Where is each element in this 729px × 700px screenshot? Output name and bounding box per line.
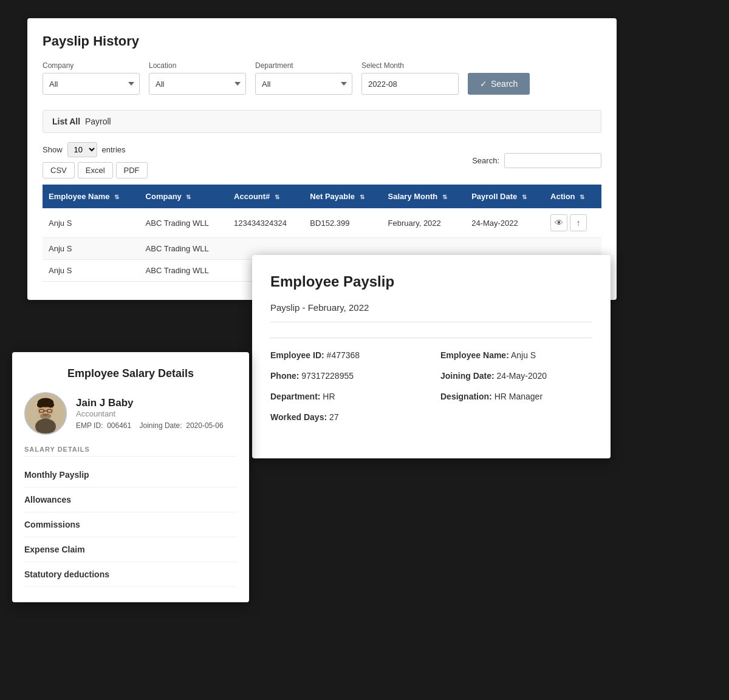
company-filter-group: Company All bbox=[43, 61, 140, 95]
designation-label: Designation: bbox=[440, 392, 492, 401]
col-salary-month[interactable]: Salary Month ⇅ bbox=[382, 185, 466, 208]
entries-label: entries bbox=[102, 145, 126, 154]
col-net-payable[interactable]: Net Payable ⇅ bbox=[304, 185, 382, 208]
salary-menu-item[interactable]: Allowances bbox=[24, 488, 237, 512]
emp-id-value: 006461 bbox=[107, 421, 131, 430]
salary-menu-item[interactable]: Expense Claim bbox=[24, 537, 237, 562]
salary-menu: Monthly PayslipAllowancesCommissionsExpe… bbox=[24, 463, 237, 587]
svg-point-1 bbox=[35, 418, 56, 434]
table-header-row: Employee Name ⇅ Company ⇅ Account# ⇅ Net… bbox=[43, 185, 601, 208]
list-all-bar: List All Payroll bbox=[43, 110, 601, 133]
worked-days-label: Worked Days: bbox=[270, 412, 327, 422]
sort-icon-net-payable: ⇅ bbox=[360, 194, 364, 200]
joining-date-value-salary: 2020-05-06 bbox=[186, 421, 223, 430]
sort-icon-salary-month: ⇅ bbox=[442, 194, 447, 200]
phone-label: Phone: bbox=[270, 371, 299, 381]
payslip-period-label: Payslip - bbox=[270, 302, 306, 313]
avatar-svg bbox=[26, 392, 66, 435]
col-action: Action ⇅ bbox=[544, 185, 601, 208]
designation-item: Designation: HR Manager bbox=[440, 392, 592, 401]
department-select[interactable]: All bbox=[255, 73, 352, 95]
department-filter-group: Department All bbox=[255, 61, 352, 95]
payslip-period: Payslip - February, 2022 bbox=[270, 302, 592, 322]
designation-value: HR Manager bbox=[495, 392, 542, 401]
list-all-suffix: Payroll bbox=[85, 117, 111, 126]
table-controls: Show 10 25 50 entries CSV Excel PDF Sear… bbox=[43, 142, 601, 178]
select-month-filter-group: Select Month bbox=[361, 61, 459, 95]
search-label: Search: bbox=[472, 156, 499, 165]
svg-point-5 bbox=[47, 402, 54, 407]
svg-point-4 bbox=[37, 402, 44, 407]
payslip-period-value: February, 2022 bbox=[308, 302, 369, 313]
salary-menu-item[interactable]: Statutory deductions bbox=[24, 562, 237, 587]
search-input[interactable] bbox=[504, 153, 601, 168]
col-account[interactable]: Account# ⇅ bbox=[228, 185, 304, 208]
location-filter-group: Location All bbox=[149, 61, 246, 95]
col-employee-name[interactable]: Employee Name ⇅ bbox=[43, 185, 140, 208]
department-item: Department: HR bbox=[270, 392, 422, 401]
salary-menu-item[interactable]: Commissions bbox=[24, 512, 237, 537]
cell-employee-name: Anju S bbox=[43, 208, 140, 238]
view-icon[interactable]: 👁 bbox=[550, 214, 567, 231]
employee-id-value: #477368 bbox=[327, 350, 360, 360]
employee-full-name: Jain J Baby bbox=[76, 397, 224, 409]
payslip-details: Employee ID: #477368 Employee Name: Anju… bbox=[270, 338, 592, 434]
employee-role: Accountant bbox=[76, 409, 224, 418]
salary-panel-title: Employee Salary Details bbox=[24, 367, 237, 380]
list-all-prefix: List All bbox=[52, 117, 80, 126]
show-entries: Show 10 25 50 entries bbox=[43, 142, 148, 157]
action-icons: 👁 ↑ bbox=[550, 214, 595, 231]
employee-name-label: Employee Name: bbox=[440, 350, 509, 360]
joining-date-item: Joining Date: 24-May-2020 bbox=[440, 371, 592, 381]
location-select[interactable]: All bbox=[149, 73, 246, 95]
department-label: Department: bbox=[270, 392, 320, 401]
joining-date-label-salary: Joining Date: bbox=[140, 421, 182, 430]
pdf-button[interactable]: PDF bbox=[116, 162, 148, 178]
location-label: Location bbox=[149, 61, 246, 70]
cell-employee-name: Anju S bbox=[43, 238, 140, 260]
cell-account: 123434324324 bbox=[228, 208, 304, 238]
col-payroll-date[interactable]: Payroll Date ⇅ bbox=[465, 185, 544, 208]
joining-date-label: Joining Date: bbox=[440, 371, 495, 381]
table-row: Anju S ABC Trading WLL 123434324324 BD15… bbox=[43, 208, 601, 238]
cell-salary-month: February, 2022 bbox=[382, 208, 466, 238]
col-company[interactable]: Company ⇅ bbox=[140, 185, 228, 208]
upload-icon[interactable]: ↑ bbox=[570, 214, 587, 231]
search-button[interactable]: ✓ Search bbox=[468, 73, 530, 95]
sort-icon-account: ⇅ bbox=[275, 194, 279, 200]
sort-icon-company: ⇅ bbox=[186, 194, 191, 200]
filter-row: Company All Location All Department All … bbox=[43, 61, 601, 95]
cell-company: ABC Trading WLL bbox=[140, 260, 228, 282]
employee-id-label: Employee ID: bbox=[270, 350, 324, 360]
emp-meta: EMP ID: 006461 Joining Date: 2020-05-06 bbox=[76, 421, 224, 430]
show-label: Show bbox=[43, 145, 63, 154]
worked-days-item: Worked Days: 27 bbox=[270, 412, 592, 422]
sort-icon-employee: ⇅ bbox=[114, 194, 119, 200]
cell-net-payable: BD152.399 bbox=[304, 208, 382, 238]
company-select[interactable]: All bbox=[43, 73, 140, 95]
entries-select[interactable]: 10 25 50 bbox=[67, 142, 97, 157]
avatar bbox=[24, 392, 67, 435]
salary-menu-item[interactable]: Monthly Payslip bbox=[24, 463, 237, 488]
page-title: Payslip History bbox=[43, 33, 601, 49]
search-button-label: Search bbox=[491, 79, 518, 89]
joining-date-value: 24-May-2020 bbox=[497, 371, 547, 381]
select-month-label: Select Month bbox=[361, 61, 459, 70]
phone-item: Phone: 97317228955 bbox=[270, 371, 422, 381]
employee-name-item: Employee Name: Anju S bbox=[440, 350, 592, 360]
csv-button[interactable]: CSV bbox=[43, 162, 75, 178]
cell-action: 👁 ↑ bbox=[544, 208, 601, 238]
emp-id-label: EMP ID: bbox=[76, 421, 103, 430]
checkmark-icon: ✓ bbox=[480, 79, 487, 89]
excel-button[interactable]: Excel bbox=[78, 162, 113, 178]
phone-value: 97317228955 bbox=[301, 371, 354, 381]
cell-company: ABC Trading WLL bbox=[140, 208, 228, 238]
select-month-input[interactable] bbox=[361, 73, 459, 95]
sort-icon-action: ⇅ bbox=[580, 194, 584, 200]
sort-icon-payroll-date: ⇅ bbox=[522, 194, 527, 200]
cell-payroll-date: 24-May-2022 bbox=[465, 208, 544, 238]
employee-info: Jain J Baby Accountant EMP ID: 006461 Jo… bbox=[24, 392, 237, 435]
svg-point-9 bbox=[40, 413, 52, 419]
salary-panel: Employee Salary Details bbox=[12, 352, 249, 602]
salary-details-label: SALARY DETAILS bbox=[24, 446, 237, 457]
